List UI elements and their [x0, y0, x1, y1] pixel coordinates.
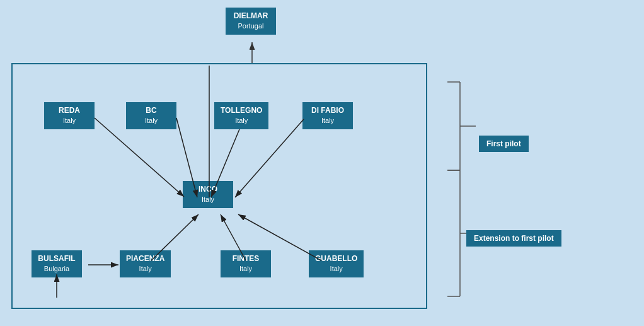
fintes-node: FINTES Italy: [221, 250, 271, 277]
reda-node: REDA Italy: [44, 102, 95, 129]
piacenza-node: PIACENZA Italy: [120, 250, 171, 277]
first-pilot-label: First pilot: [479, 136, 529, 152]
svg-line-3: [95, 118, 184, 197]
svg-line-6: [235, 119, 304, 197]
bulsafil-node: BULSAFIL Bulgaria: [32, 250, 82, 277]
inco-node: INCO Italy: [183, 181, 233, 208]
tollegno-node: TOLLEGNO Italy: [214, 102, 268, 129]
extension-label: Extension to first pilot: [466, 230, 561, 247]
bracket-svg: [441, 63, 567, 309]
main-diagram-box: REDA Italy BC Italy TOLLEGNO Italy DI FA…: [11, 63, 427, 309]
difabio-node: DI FABIO Italy: [302, 102, 353, 129]
bc-node: BC Italy: [126, 102, 176, 129]
guabello-node: GUABELLO Italy: [309, 250, 364, 277]
bracket-area: First pilot Extension to first pilot: [441, 63, 567, 309]
dielmar-node: DIELMAR Portugal: [226, 8, 276, 35]
